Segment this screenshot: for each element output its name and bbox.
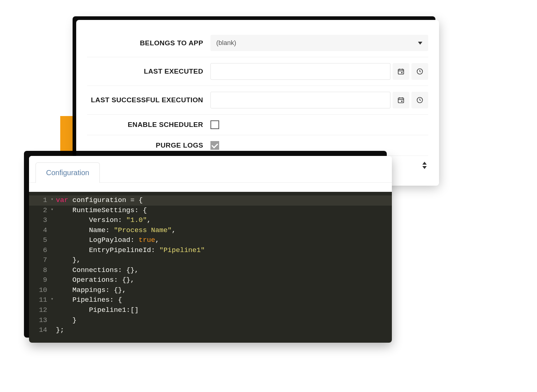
enable-scheduler-checkbox[interactable] xyxy=(210,120,219,129)
calendar-icon xyxy=(397,96,405,104)
code-line[interactable]: 1▾var configuration = { xyxy=(29,195,392,206)
code-content[interactable]: }; xyxy=(56,325,64,335)
code-content[interactable]: LogPayload: true, xyxy=(56,235,159,245)
code-line[interactable]: 9 Operations: {}, xyxy=(29,275,392,285)
code-content[interactable]: }, xyxy=(56,255,81,265)
code-line[interactable]: 12 Pipeline1:[] xyxy=(29,305,392,315)
code-content[interactable]: Operations: {}, xyxy=(56,275,135,285)
line-number: 8 xyxy=(29,265,51,276)
code-content[interactable]: Pipeline1:[] xyxy=(56,305,139,315)
label-last-successful: LAST SUCCESSFUL EXECUTION xyxy=(87,96,210,104)
code-line[interactable]: 2▾ RuntimeSettings: { xyxy=(29,206,392,216)
last-executed-input[interactable] xyxy=(210,63,390,80)
code-line[interactable]: 5 LogPayload: true, xyxy=(29,235,392,245)
code-content[interactable]: Connections: {}, xyxy=(56,265,139,276)
line-number: 13 xyxy=(29,315,51,326)
clock-icon xyxy=(416,68,423,75)
code-editor[interactable]: 1▾var configuration = {2▾ RuntimeSetting… xyxy=(29,192,392,343)
line-number: 9 xyxy=(29,275,51,285)
line-number: 2 xyxy=(29,206,51,216)
spinner-up-icon[interactable] xyxy=(422,162,427,165)
label-belongs-to-app: BELONGS TO APP xyxy=(87,39,210,47)
code-line[interactable]: 7 }, xyxy=(29,255,392,265)
fold-marker-icon xyxy=(51,275,56,285)
code-content[interactable]: } xyxy=(56,315,77,326)
calendar-button[interactable] xyxy=(393,63,409,80)
code-content[interactable]: Version: "1.0", xyxy=(56,215,151,226)
row-purge-logs: PURGE LOGS xyxy=(87,135,428,156)
code-line[interactable]: 14}; xyxy=(29,325,392,335)
chevron-down-icon xyxy=(418,42,422,45)
line-number: 5 xyxy=(29,235,51,245)
editor-tabbar: Configuration xyxy=(29,156,392,183)
line-number: 4 xyxy=(29,226,51,236)
tab-configuration[interactable]: Configuration xyxy=(36,162,100,183)
svg-rect-3 xyxy=(398,98,404,103)
fold-marker-icon xyxy=(51,325,56,335)
fold-marker-icon xyxy=(51,285,56,296)
clock-icon xyxy=(416,96,423,104)
code-content[interactable]: var configuration = { xyxy=(56,195,143,206)
code-line[interactable]: 10 Mappings: {}, xyxy=(29,285,392,296)
fold-marker-icon xyxy=(51,215,56,226)
svg-rect-0 xyxy=(398,69,404,74)
belongs-to-app-value: (blank) xyxy=(216,39,236,47)
row-last-executed: LAST EXECUTED xyxy=(87,57,428,86)
code-line[interactable]: 3 Version: "1.0", xyxy=(29,215,392,226)
code-content[interactable]: RuntimeSettings: { xyxy=(56,206,147,216)
fold-marker-icon xyxy=(51,315,56,326)
line-number: 10 xyxy=(29,285,51,296)
label-last-executed: LAST EXECUTED xyxy=(87,67,210,75)
code-line[interactable]: 11▾ Pipelines: { xyxy=(29,295,392,305)
fold-marker-icon xyxy=(51,265,56,276)
line-number: 14 xyxy=(29,325,51,335)
fold-marker-icon xyxy=(51,255,56,265)
fold-marker-icon xyxy=(51,235,56,245)
line-number: 7 xyxy=(29,255,51,265)
label-purge-logs: PURGE LOGS xyxy=(87,141,210,149)
fold-marker-icon xyxy=(51,226,56,236)
code-content[interactable]: EntryPipelineId: "Pipeline1" xyxy=(56,245,205,256)
svg-rect-1 xyxy=(401,72,402,73)
line-number: 12 xyxy=(29,305,51,315)
line-number: 6 xyxy=(29,245,51,256)
fold-marker-icon xyxy=(51,245,56,256)
belongs-to-app-select[interactable]: (blank) xyxy=(210,35,428,51)
last-successful-input[interactable] xyxy=(210,92,390,108)
fold-marker-icon[interactable]: ▾ xyxy=(51,295,56,305)
purge-logs-checkbox[interactable] xyxy=(210,141,219,150)
label-enable-scheduler: ENABLE SCHEDULER xyxy=(87,121,210,129)
spinner-down-icon[interactable] xyxy=(422,166,427,169)
line-number: 3 xyxy=(29,215,51,226)
fold-marker-icon[interactable]: ▾ xyxy=(51,206,56,216)
configuration-editor-panel: Configuration 1▾var configuration = {2▾ … xyxy=(29,156,392,343)
code-content[interactable]: Mappings: {}, xyxy=(56,285,126,296)
time-button[interactable] xyxy=(411,63,428,80)
calendar-icon xyxy=(397,68,405,75)
row-enable-scheduler: ENABLE SCHEDULER xyxy=(87,115,428,135)
code-line[interactable]: 4 Name: "Process Name", xyxy=(29,226,392,236)
calendar-button[interactable] xyxy=(393,92,409,108)
code-content[interactable]: Pipelines: { xyxy=(56,295,122,305)
code-content[interactable]: Name: "Process Name", xyxy=(56,226,176,236)
code-line[interactable]: 8 Connections: {}, xyxy=(29,265,392,276)
code-line[interactable]: 6 EntryPipelineId: "Pipeline1" xyxy=(29,245,392,256)
row-belongs-to-app: BELONGS TO APP (blank) xyxy=(87,29,428,57)
line-number: 11 xyxy=(29,295,51,305)
svg-rect-4 xyxy=(401,101,402,102)
fold-marker-icon xyxy=(51,305,56,315)
code-line[interactable]: 13 } xyxy=(29,315,392,326)
fold-marker-icon[interactable]: ▾ xyxy=(51,195,56,206)
time-button[interactable] xyxy=(411,92,428,108)
row-last-successful: LAST SUCCESSFUL EXECUTION xyxy=(87,86,428,115)
line-number: 1 xyxy=(29,195,51,206)
